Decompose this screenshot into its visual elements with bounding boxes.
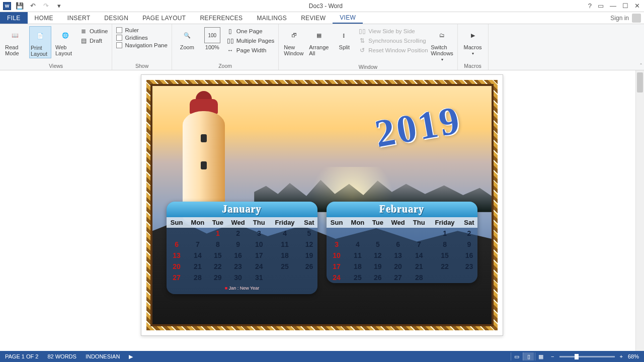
side-by-side-label: View Side by Side <box>368 28 415 34</box>
day-cell: 27 <box>387 272 409 283</box>
day-cell: 28 <box>187 272 209 283</box>
zoom-100-button[interactable]: 100 100% <box>201 26 223 51</box>
zoom-level[interactable]: 68% <box>628 353 639 359</box>
tab-references[interactable]: REFERENCES <box>193 12 250 24</box>
tab-file[interactable]: FILE <box>0 12 28 24</box>
day-cell <box>301 272 317 283</box>
calendar-grid: SunMonTueWedThuFridaySat 123456789101112… <box>167 217 317 294</box>
zoom-in-button[interactable]: + <box>620 353 623 359</box>
redo-icon[interactable]: ↷ <box>41 2 50 11</box>
tab-home[interactable]: HOME <box>28 12 60 24</box>
page[interactable]: 2019 January SunMonTueWedThuFridaySat 12… <box>141 74 503 336</box>
zoom-slider[interactable] <box>559 356 615 357</box>
status-page[interactable]: PAGE 1 OF 2 <box>5 353 38 359</box>
day-cell: 30 <box>227 272 249 283</box>
ribbon-options-icon[interactable]: ▭ <box>598 2 604 10</box>
maximize-icon[interactable]: ☐ <box>622 2 628 10</box>
vertical-scrollbar[interactable] <box>635 70 644 351</box>
day-cell <box>327 228 347 239</box>
zoom-100-label: 100% <box>205 44 219 50</box>
quick-access-toolbar: W 💾 ↶ ↷ ▾ <box>0 2 63 11</box>
day-header: Sat <box>461 217 477 228</box>
group-views-label: Views <box>4 62 108 69</box>
page-width-button[interactable]: ↔Page Width <box>226 46 274 54</box>
tab-design[interactable]: DESIGN <box>97 12 135 24</box>
day-cell: 21 <box>409 261 429 272</box>
new-window-button[interactable]: 🗗New Window <box>283 26 305 57</box>
help-icon[interactable]: ? <box>588 2 592 10</box>
day-cell: 10 <box>249 239 269 250</box>
status-macro-icon[interactable]: ▶ <box>129 353 133 360</box>
day-cell <box>167 228 187 239</box>
print-layout-view-icon[interactable]: ▯ <box>523 352 534 360</box>
read-mode-view-icon[interactable]: ▭ <box>511 352 522 360</box>
year-title[interactable]: 2019 <box>371 97 464 157</box>
word-app-icon: W <box>3 2 11 10</box>
tab-mailings[interactable]: MAILINGS <box>250 12 294 24</box>
sync-scroll-label: Synchronous Scrolling <box>368 38 426 44</box>
calendar-january[interactable]: January SunMonTueWedThuFridaySat 1234567… <box>167 202 317 294</box>
day-cell: 4 <box>269 228 301 239</box>
view-side-by-side-button[interactable]: ▯▯View Side by Side <box>358 27 428 35</box>
web-layout-icon: 🌐 <box>57 27 73 43</box>
day-header: Friday <box>429 217 461 228</box>
day-header: Wed <box>227 217 249 228</box>
zoom-button[interactable]: 🔍 Zoom <box>176 26 198 51</box>
scroll-thumb[interactable] <box>637 72 643 93</box>
user-avatar-icon[interactable] <box>632 14 641 23</box>
arrange-all-button[interactable]: ▦Arrange All <box>308 26 330 57</box>
view-shortcuts: ▭ ▯ ▦ <box>511 352 546 360</box>
multiple-pages-button[interactable]: ▯▯Multiple Pages <box>226 37 274 45</box>
ruler-checkbox[interactable]: Ruler <box>116 27 167 33</box>
split-button[interactable]: ⫿Split <box>333 26 355 51</box>
checkbox-icon <box>116 35 122 41</box>
draft-button[interactable]: ▤Draft <box>79 37 108 45</box>
day-header: Sat <box>301 217 317 228</box>
outline-button[interactable]: ≣Outline <box>79 27 108 35</box>
group-macros: ▶Macros▾ Macros <box>458 24 489 70</box>
document-area[interactable]: 2019 January SunMonTueWedThuFridaySat 12… <box>0 70 644 351</box>
tab-insert[interactable]: INSERT <box>60 12 98 24</box>
switch-windows-label: Switch Windows <box>431 44 453 56</box>
print-layout-label: Print Layout <box>31 45 50 57</box>
one-page-button[interactable]: ▯One Page <box>226 27 274 35</box>
day-cell: 4 <box>347 239 369 250</box>
macros-button[interactable]: ▶Macros▾ <box>462 26 484 57</box>
tab-view[interactable]: VIEW <box>333 12 363 24</box>
day-header: Sun <box>327 217 347 228</box>
calendar-title: January <box>167 202 317 217</box>
switch-windows-button[interactable]: 🗂Switch Windows▾ <box>431 26 453 63</box>
print-layout-button[interactable]: 📄 Print Layout <box>29 26 51 58</box>
save-icon[interactable]: 💾 <box>15 2 24 11</box>
day-cell: 28 <box>409 272 429 283</box>
day-header: Thu <box>409 217 429 228</box>
read-mode-icon: 📖 <box>7 27 23 43</box>
day-header: Thu <box>249 217 269 228</box>
calendar-february[interactable]: February SunMonTueWedThuFridaySat 123456… <box>327 202 477 283</box>
collapse-ribbon-icon[interactable]: ˆ <box>640 63 642 69</box>
day-cell: 24 <box>327 272 347 283</box>
sign-in-link[interactable]: Sign in <box>610 15 629 22</box>
close-icon[interactable]: ✕ <box>634 2 640 10</box>
qat-customize-icon[interactable]: ▾ <box>54 2 63 11</box>
day-cell <box>369 228 387 239</box>
tab-review[interactable]: REVIEW <box>294 12 333 24</box>
gridlines-checkbox[interactable]: Gridlines <box>116 35 167 41</box>
day-cell: 24 <box>249 261 269 272</box>
web-layout-view-icon[interactable]: ▦ <box>535 352 546 360</box>
nav-pane-checkbox[interactable]: Navigation Pane <box>116 42 167 48</box>
multiple-pages-label: Multiple Pages <box>236 38 274 44</box>
checkbox-icon <box>116 42 122 48</box>
read-mode-button[interactable]: 📖 Read Mode <box>4 26 26 57</box>
zoom-out-button[interactable]: − <box>551 353 554 359</box>
day-cell: 19 <box>369 261 387 272</box>
minimize-icon[interactable]: — <box>610 2 616 10</box>
web-layout-button[interactable]: 🌐 Web Layout <box>54 26 76 57</box>
zoom-slider-knob[interactable] <box>575 354 579 359</box>
day-cell: 27 <box>167 272 187 283</box>
status-language[interactable]: INDONESIAN <box>86 353 120 359</box>
undo-icon[interactable]: ↶ <box>28 2 37 11</box>
tab-page-layout[interactable]: PAGE LAYOUT <box>135 12 193 24</box>
page-border: 2019 January SunMonTueWedThuFridaySat 12… <box>146 80 498 330</box>
status-words[interactable]: 82 WORDS <box>47 353 76 359</box>
